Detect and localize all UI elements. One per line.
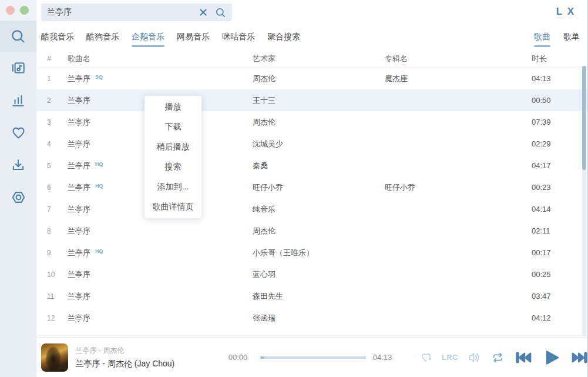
header-song: 歌曲名: [68, 54, 253, 64]
close-window-button[interactable]: [6, 6, 15, 15]
lx-music-window: { "window": { "brand": "L X" }, "search"…: [0, 0, 588, 377]
love-button[interactable]: [420, 351, 432, 363]
player-controls: LRC: [411, 349, 588, 366]
context-menu-item[interactable]: 搜索: [145, 157, 201, 177]
context-menu-item[interactable]: 下载: [145, 117, 201, 137]
table-row[interactable]: 4 兰亭序 沈城吴少 02:29: [36, 133, 588, 155]
duration: 00:23: [532, 183, 567, 192]
minimize-window-button[interactable]: [20, 6, 29, 15]
table-row[interactable]: 10 兰亭序 蓝心羽 00:25: [36, 263, 588, 285]
next-track-button[interactable]: [571, 351, 588, 365]
tab[interactable]: 酷我音乐: [41, 29, 74, 45]
window-controls: [0, 0, 36, 21]
source-tabs: 酷我音乐 酷狗音乐 企鹅音乐 网易音乐 咪咕音乐 聚合搜索: [41, 25, 313, 49]
song-name: 兰亭序: [68, 161, 90, 171]
tab[interactable]: 歌曲: [534, 29, 550, 45]
row-number: 9: [47, 249, 68, 257]
tab[interactable]: 酷狗音乐: [86, 29, 119, 45]
player-bar: 兰亭序 - 周杰伦 兰亭序 - 周杰伦 (Jay Chou) 00:00 04:…: [36, 337, 588, 377]
context-menu-item[interactable]: 播放: [145, 97, 201, 117]
song-name: 兰亭序: [68, 182, 90, 193]
app-logo: L X: [556, 6, 575, 18]
table-row[interactable]: 8 兰亭序 周杰伦 02:11: [36, 220, 588, 242]
header-duration: 时长: [532, 54, 567, 64]
row-number: 2: [47, 96, 68, 105]
table-row[interactable]: 7 兰亭序 纯音乐 04:14: [36, 198, 588, 220]
table-row[interactable]: 11 兰亭序 森田先生 03:47: [36, 285, 588, 307]
tab[interactable]: 网易音乐: [177, 29, 210, 45]
tab[interactable]: 咪咕音乐: [222, 29, 255, 45]
row-number: 5: [47, 162, 68, 170]
sidebar-item-download[interactable]: [0, 149, 36, 181]
song-name: 兰亭序: [68, 226, 90, 236]
previous-track-icon: [515, 351, 532, 365]
tab[interactable]: 歌单: [563, 29, 580, 45]
play-button[interactable]: [543, 349, 560, 366]
context-menu: 播放 下载 稍后播放 搜索 添加到... 歌曲详情页: [145, 96, 201, 218]
duration: 00:50: [532, 96, 567, 105]
duration: 02:29: [532, 139, 567, 148]
duration: 04:13: [532, 74, 567, 83]
table-row[interactable]: 2 兰亭序 王十三 00:50: [36, 89, 588, 111]
search-submit-icon[interactable]: [215, 7, 226, 18]
album-art[interactable]: [41, 343, 68, 372]
table-row[interactable]: 5 兰亭序 HQ 秦桑 04:17: [36, 155, 588, 176]
table-row[interactable]: 1 兰亭序 SQ 周杰伦 魔杰座 04:13: [36, 68, 588, 89]
artist-name: 张函瑞: [253, 313, 385, 323]
tab[interactable]: 聚合搜索: [267, 29, 300, 45]
volume-button[interactable]: [468, 351, 482, 364]
artist-name: 周杰伦: [253, 117, 385, 128]
progress-bar[interactable]: [260, 356, 366, 359]
progress-handle[interactable]: [260, 356, 264, 359]
current-time: 00:00: [229, 353, 253, 362]
context-menu-item[interactable]: 添加到...: [145, 177, 201, 197]
search-input[interactable]: [47, 8, 200, 17]
song-cell: 兰亭序 SQ: [68, 74, 253, 84]
table-row[interactable]: 12 兰亭序 张函瑞 04:12: [36, 307, 588, 329]
clear-x-icon[interactable]: [200, 9, 207, 16]
context-menu-item[interactable]: 歌曲详情页: [145, 197, 201, 217]
artist-name: 纯音乐: [253, 204, 385, 215]
header-artist: 艺术家: [253, 54, 385, 64]
sidebar-item-leaderboard[interactable]: [0, 84, 36, 116]
sidebar-item-songlist[interactable]: [0, 52, 36, 84]
play-mode-button[interactable]: [491, 351, 505, 364]
search-results-table: # 歌曲名 艺术家 专辑名 时长 1 兰亭序 SQ 周杰伦 魔杰座 04:13 …: [36, 50, 588, 329]
row-number: 1: [47, 75, 68, 83]
lyrics-button[interactable]: LRC: [442, 353, 458, 362]
previous-track-button[interactable]: [515, 351, 532, 365]
scrollbar-track[interactable]: [582, 66, 586, 336]
table-row[interactable]: 6 兰亭序 HQ 旺仔小乔 旺仔小乔 00:23: [36, 176, 588, 198]
album-name: 旺仔小乔: [385, 182, 532, 193]
song-cell: 兰亭序: [68, 291, 253, 302]
scrollbar-thumb[interactable]: [582, 66, 586, 170]
context-menu-item[interactable]: 稍后播放: [145, 137, 201, 157]
song-name: 兰亭序: [68, 139, 90, 149]
top-header: L X: [36, 0, 588, 25]
song-name: 兰亭序: [68, 248, 90, 258]
search-icon: [10, 28, 26, 45]
song-name: 兰亭序: [68, 291, 90, 302]
sidebar-item-settings[interactable]: [0, 181, 36, 213]
sidebar-item-favorites[interactable]: [0, 116, 36, 149]
row-number: 8: [47, 227, 68, 235]
song-cell: 兰亭序 HQ: [68, 248, 253, 258]
quality-badge: HQ: [95, 248, 103, 254]
artist-name: 秦桑: [253, 161, 385, 171]
row-number: 4: [47, 140, 68, 148]
tab[interactable]: 企鹅音乐: [132, 29, 164, 45]
search-box[interactable]: [41, 4, 232, 21]
table-row[interactable]: 9 兰亭序 HQ 小乐哥（王唯乐） 00:17: [36, 242, 588, 263]
duration: 07:39: [532, 118, 567, 126]
sidebar: [0, 0, 36, 377]
repeat-icon: [491, 351, 505, 364]
song-cell: 兰亭序: [68, 269, 253, 280]
leaderboard-icon: [11, 93, 26, 108]
active-tab-underline: [132, 45, 164, 47]
sidebar-item-search[interactable]: [0, 21, 36, 52]
lyrics-icon: LRC: [442, 353, 458, 362]
table-row[interactable]: 3 兰亭序 周杰伦 07:39: [36, 111, 588, 133]
song-name: 兰亭序: [68, 117, 90, 128]
table-body: 1 兰亭序 SQ 周杰伦 魔杰座 04:13 2 兰亭序 王十三 00:50 3…: [36, 68, 588, 329]
song-name: 兰亭序: [68, 74, 90, 84]
